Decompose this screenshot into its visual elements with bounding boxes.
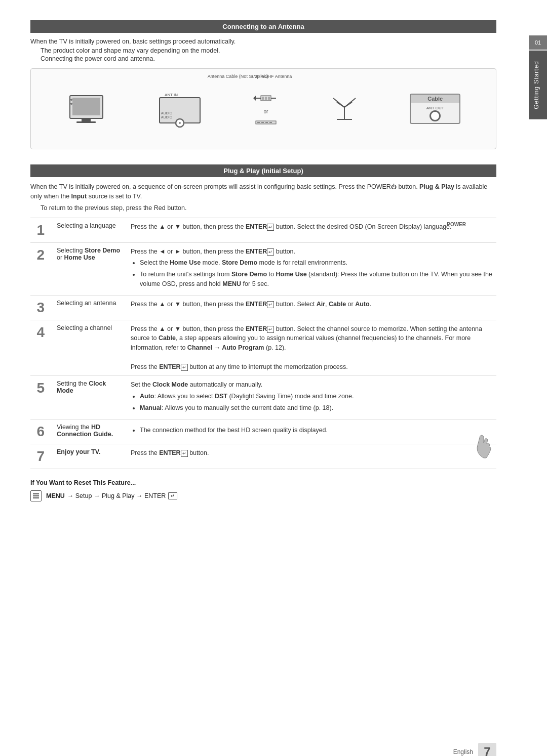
svg-line-26 [337,102,344,107]
svg-marker-13 [253,96,256,101]
enter-icon: ↵ [168,492,177,499]
svg-point-11 [179,122,181,124]
plug-intro: When the TV is initially powered on, a s… [30,182,496,201]
svg-point-2 [70,99,72,101]
hand-icon-area [474,430,494,462]
vhf-antenna-symbol [329,93,360,125]
menu-text: MENU [46,492,65,499]
step-content-4: Press the ▲ or ▼ button, then press the … [127,320,496,376]
antenna-section: Connecting to an Antenna When the TV is … [30,20,496,149]
svg-rect-22 [269,122,272,123]
page-wrapper: Getting Started 01 Connecting to an Ante… [0,20,547,756]
svg-text:AUDIO: AUDIO [161,111,173,115]
plug-header: Plug & Play (Initial Setup) [30,164,496,177]
step-num-3: 3 [30,295,51,320]
svg-rect-1 [72,98,100,115]
page-lang: English [453,748,473,755]
antenna-note-1: The product color and shape may vary dep… [41,47,496,54]
table-row: 6 Viewing the HD Connection Guide. The c… [30,419,496,444]
menu-icon [30,490,42,501]
connection-arrows: or [253,91,279,128]
step-content-2: Press the ◄ or ► button, then press the … [127,242,496,295]
svg-point-3 [70,103,72,105]
diagram-inner: ANT IN AUDIO AUDIO [41,79,486,139]
svg-rect-32 [33,497,39,498]
table-row: 1 Selecting a language Press the ▲ or ▼ … [30,218,496,242]
step-title-1: Selecting a language [51,218,127,242]
svg-rect-17 [268,97,270,100]
step-content-5: Set the Clock Mode automatically or manu… [127,376,496,419]
svg-rect-16 [265,97,267,100]
svg-text:ANT IN: ANT IN [165,93,178,97]
svg-rect-31 [33,495,39,496]
svg-rect-20 [261,122,264,123]
svg-rect-5 [76,121,96,123]
menu-path: → Setup → Plug & Play → ENTER [67,492,166,499]
step-title-4: Selecting a channel [51,320,127,376]
side-tab-num: 01 [535,39,541,46]
step-content-3: Press the ▲ or ▼ button, then press the … [127,295,496,320]
step-content-1: Press the ▲ or ▼ button, then press the … [127,218,496,242]
step-num-5: 5 [30,376,51,419]
antenna-header: Connecting to an Antenna [30,20,496,33]
steps-table: 1 Selecting a language Press the ▲ or ▼ … [30,218,496,469]
power-label: POWER [447,221,466,228]
step-title-3: Selecting an antenna [51,295,127,320]
table-row: 7 Enjoy your TV. Press the ENTER↵ button… [30,444,496,469]
step-num-1: 1 [30,218,51,242]
page-footer: English 7 [453,743,496,756]
svg-line-27 [344,102,352,107]
page-number: 7 [478,743,496,756]
step-num-2: 2 [30,242,51,295]
step-title-7: Enjoy your TV. [51,444,127,469]
ant-out-label: ANT OUT [426,106,444,110]
svg-text:AUDIO: AUDIO [161,115,173,119]
antenna-intro-1: When the TV is initially powered on, bas… [30,38,496,45]
table-row: 3 Selecting an antenna Press the ▲ or ▼ … [30,295,496,320]
or-text: or [264,109,268,114]
step-num-6: 6 [30,419,51,444]
tv-icon [66,91,107,128]
plug-section: Plug & Play (Initial Setup) When the TV … [30,164,496,469]
cable-label: Cable [411,95,459,103]
content-area: Connecting to an Antenna When the TV is … [30,20,496,501]
svg-rect-4 [82,118,91,121]
step-title-6: Viewing the HD Connection Guide. [51,419,127,444]
reset-section: If You Want to Reset This Feature... MEN… [30,479,496,501]
cable-box: Cable ANT OUT [410,94,460,124]
table-row: 5 Setting the Clock Mode Set the Clock M… [30,376,496,419]
receiver-area: ANT IN AUDIO AUDIO [157,90,203,128]
step-content-7: Press the ENTER↵ button. [127,444,496,469]
antenna-diagram: VHF/UHF Antenna Antenna Cable (Not Suppl… [30,68,496,149]
step-content-6: The connection method for the best HD sc… [127,419,496,444]
side-tab-number: 01 [529,35,547,50]
svg-rect-19 [257,122,260,123]
table-row: 2 Selecting Store Demo or Home Use Press… [30,242,496,295]
step-num-4: 4 [30,320,51,376]
step-title-5: Setting the Clock Mode [51,376,127,419]
step-title-2: Selecting Store Demo or Home Use [51,242,127,295]
antenna-note-2: Connecting the power cord and antenna. [41,55,496,62]
reset-title: If You Want to Reset This Feature... [30,479,496,486]
svg-rect-21 [265,122,268,123]
svg-rect-15 [262,97,264,100]
connector-circle [429,110,441,121]
side-tab-label: Getting Started [533,61,540,109]
step-num-7: 7 [30,444,51,469]
svg-rect-30 [33,493,39,494]
table-row: 4 Selecting a channel Press the ▲ or ▼ b… [30,320,496,376]
side-tab: Getting Started [529,51,547,119]
cable-not-supplied-label: Antenna Cable (Not Supplied) [208,74,268,79]
reset-menu: MENU → Setup → Plug & Play → ENTER ↵ [30,490,496,501]
plug-note: To return to the previous step, press th… [41,204,496,212]
